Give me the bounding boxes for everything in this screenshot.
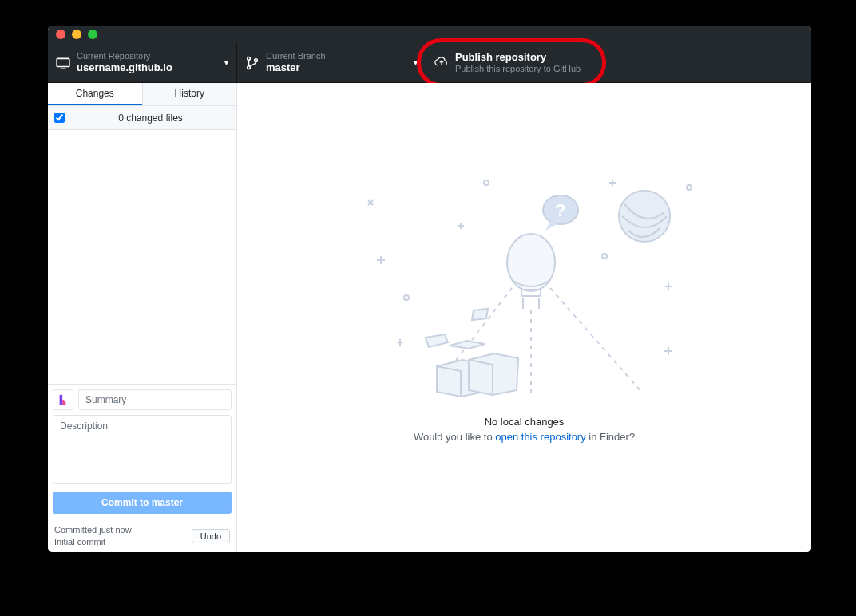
svg-point-6 [619,191,670,242]
select-all-checkbox[interactable] [54,113,65,123]
sidebar-tabs: Changes History [48,83,236,106]
svg-point-2 [248,57,251,60]
changed-files-header: 0 changed files [48,106,236,130]
svg-point-18 [404,295,409,300]
empty-prompt-before: Would you like to [414,431,495,443]
svg-point-3 [248,65,251,69]
svg-point-4 [255,58,258,61]
git-branch-icon [245,56,260,70]
sidebar: Changes History 0 changed files Commit t… [48,83,237,552]
main-panel: ? [237,83,811,552]
description-input[interactable] [53,415,232,484]
changes-list [48,130,236,384]
svg-point-17 [602,254,607,259]
branch-label: Current Branch [266,51,326,61]
tab-history[interactable]: History [142,83,237,105]
svg-point-9 [507,234,555,291]
tab-changes[interactable]: Changes [48,83,142,105]
repo-value: username.github.io [77,61,172,74]
publish-repository-button[interactable]: Publish repository Publish this reposito… [426,43,600,82]
maximize-window-button[interactable] [88,30,97,39]
empty-headline: No local changes [414,416,635,428]
changed-files-count: 0 changed files [71,113,230,124]
author-avatar [53,389,73,410]
minimize-window-button[interactable] [72,30,81,39]
body: Changes History 0 changed files Commit t… [48,83,811,552]
svg-point-16 [687,185,692,190]
empty-prompt-after: in Finder? [586,431,635,443]
monitor-icon [56,56,70,70]
commit-button[interactable]: Commit to master [53,492,232,514]
svg-text:?: ? [555,200,565,220]
last-commit-footer: Committed just now Initial commit Undo [48,519,236,552]
chevron-down-icon: ▾ [414,58,418,67]
current-branch-dropdown[interactable]: Current Branch master ▾ [237,43,426,82]
commit-button-prefix: Commit to [101,497,152,508]
toolbar: Current Repository username.github.io ▾ … [48,43,811,83]
branch-value: master [266,61,326,74]
svg-point-19 [484,180,489,185]
svg-rect-5 [60,395,63,405]
undo-button[interactable]: Undo [192,529,230,543]
footer-message: Initial commit [54,536,132,547]
titlebar [48,26,811,43]
current-repository-dropdown[interactable]: Current Repository username.github.io ▾ [48,43,237,82]
close-window-button[interactable] [56,30,65,39]
commit-form: Commit to master [48,384,236,519]
summary-input[interactable] [78,389,232,410]
svg-line-14 [550,288,643,393]
publish-label: Publish repository [455,51,581,64]
open-repository-link[interactable]: open this repository [495,431,585,443]
footer-time: Committed just now [54,524,132,535]
empty-state-message: No local changes Would you like to open … [414,416,635,443]
commit-button-branch: master [152,497,183,508]
chevron-down-icon: ▾ [224,58,228,67]
publish-sub: Publish this repository to GitHub [455,64,581,74]
repo-label: Current Repository [77,51,172,61]
svg-rect-0 [57,58,69,66]
empty-state-illustration: ? [349,160,700,416]
cloud-upload-icon [434,57,449,68]
app-window: Current Repository username.github.io ▾ … [48,26,811,552]
